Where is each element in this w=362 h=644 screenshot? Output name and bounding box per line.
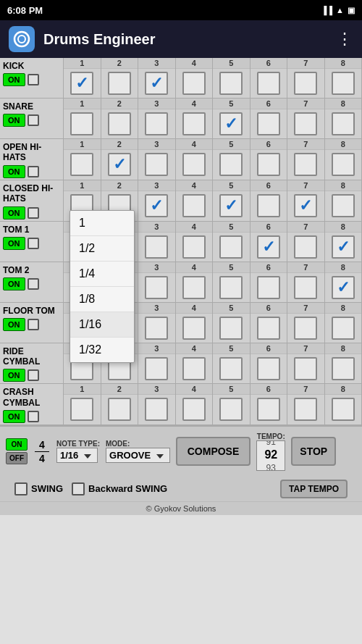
beat-cell[interactable] [182,112,206,135]
dropdown-item[interactable]: 1/2 [70,236,134,262]
backward-swing-checkbox[interactable] [72,482,85,495]
beat-cell[interactable] [257,398,280,421]
dropdown-item[interactable]: 1/8 [70,287,134,312]
mode-selector[interactable]: GROOVE [106,448,170,463]
tempo-scroller[interactable]: 91 92 93 [256,440,285,471]
dropdown-item[interactable]: 1 [70,211,134,236]
row-mute-checkbox[interactable] [28,238,39,249]
beat-cell[interactable] [294,235,317,259]
row-mute-checkbox[interactable] [28,411,39,422]
beat-cell[interactable] [145,112,168,135]
beat-cell[interactable]: ✓ [145,72,168,95]
row-mute-checkbox[interactable] [28,74,39,85]
beat-cell[interactable] [294,112,317,135]
beat-cell[interactable] [219,357,243,380]
beat-cell[interactable] [145,153,168,176]
row-mute-checkbox[interactable] [28,278,39,290]
beat-cell[interactable] [182,357,206,380]
beat-cell[interactable] [219,72,243,95]
beat-cell[interactable] [257,194,280,217]
row-mute-checkbox[interactable] [28,114,39,126]
row-mute-checkbox[interactable] [28,369,39,381]
dropdown-item[interactable]: 1/4 [70,262,134,287]
beat-cell[interactable] [257,72,280,95]
beat-cell[interactable] [182,72,206,95]
beat-cell[interactable] [257,357,280,380]
beat-cell[interactable] [332,112,355,135]
note-type-selector[interactable]: 1/16 [56,448,98,463]
toolbar-off-button[interactable]: OFF [6,452,28,464]
beats-container: 12✓345678 [64,139,362,180]
dropdown-item[interactable]: 1/16 [70,312,134,338]
beat-cell[interactable] [219,153,243,176]
beat-cell[interactable]: ✓ [219,112,243,135]
beat-cell[interactable]: ✓ [332,235,355,259]
beat-cell[interactable] [182,235,206,259]
row-on-button[interactable]: ON [3,206,25,219]
beat-cell[interactable] [219,235,243,259]
row-on-button[interactable]: ON [3,410,25,423]
beat-cell[interactable]: ✓ [257,235,280,259]
beat-cell[interactable] [257,276,280,299]
beat-cell[interactable] [219,317,243,340]
row-on-button[interactable]: ON [3,277,25,290]
beat-cell[interactable] [294,72,317,95]
beat-cell[interactable]: ✓ [219,194,243,217]
row-on-button[interactable]: ON [3,369,25,382]
row-on-button[interactable]: ON [3,318,25,331]
beat-cell[interactable] [257,112,280,135]
beat-cell[interactable] [294,398,317,421]
beat-cell[interactable] [182,317,206,340]
beat-cell[interactable] [70,398,93,421]
beat-cell[interactable] [332,317,355,340]
beat-cell[interactable] [145,276,168,299]
row-on-button[interactable]: ON [3,165,25,178]
beat-cell[interactable] [332,398,355,421]
dropdown-item[interactable]: 1/32 [70,338,134,362]
beat-cell[interactable] [70,112,93,135]
beat-cell[interactable] [294,317,317,340]
beat-cell[interactable] [257,317,280,340]
note-type-dropdown[interactable]: 11/21/41/81/161/32 [70,210,135,363]
row-mute-checkbox[interactable] [28,207,39,219]
beat-cell[interactable] [182,153,206,176]
beat-cell[interactable] [332,153,355,176]
beat-cell[interactable] [70,153,93,176]
beat-cell[interactable] [108,72,131,95]
beat-number: 8 [325,384,362,395]
beat-cell[interactable] [145,235,168,259]
beat-cell[interactable] [145,398,168,421]
beat-cell[interactable] [108,112,131,135]
beat-cell[interactable] [294,357,317,380]
beat-cell[interactable]: ✓ [108,153,131,176]
beat-cell[interactable]: ✓ [70,72,93,95]
beat-cell[interactable] [145,357,168,380]
beat-cell[interactable] [182,398,206,421]
row-mute-checkbox[interactable] [28,166,39,177]
beat-cell[interactable] [219,276,243,299]
beat-cell[interactable] [257,153,280,176]
beat-cell[interactable] [332,194,355,217]
stop-button[interactable]: STOP [291,437,336,466]
compose-button[interactable]: COMPOSE [176,437,251,466]
beat-cell[interactable] [332,72,355,95]
beat-cell[interactable] [182,276,206,299]
beat-cell[interactable] [108,398,131,421]
beat-cell[interactable] [219,398,243,421]
tap-tempo-button[interactable]: TAP TEMPO [280,480,348,498]
menu-button[interactable]: ⋮ [337,30,353,49]
row-on-button[interactable]: ON [3,73,25,86]
beat-cell[interactable] [182,194,206,217]
beat-cell[interactable] [145,317,168,340]
beat-cell[interactable]: ✓ [145,194,168,217]
swing-checkbox[interactable] [14,482,28,495]
beat-cell[interactable]: ✓ [332,276,355,299]
beat-cell[interactable] [294,276,317,299]
beat-cell[interactable] [294,153,317,176]
toolbar-on-button[interactable]: ON [6,438,28,451]
beat-cell[interactable] [332,357,355,380]
beat-cell[interactable]: ✓ [294,194,317,217]
row-on-button[interactable]: ON [3,114,25,127]
row-on-button[interactable]: ON [3,237,25,250]
row-mute-checkbox[interactable] [28,319,39,330]
